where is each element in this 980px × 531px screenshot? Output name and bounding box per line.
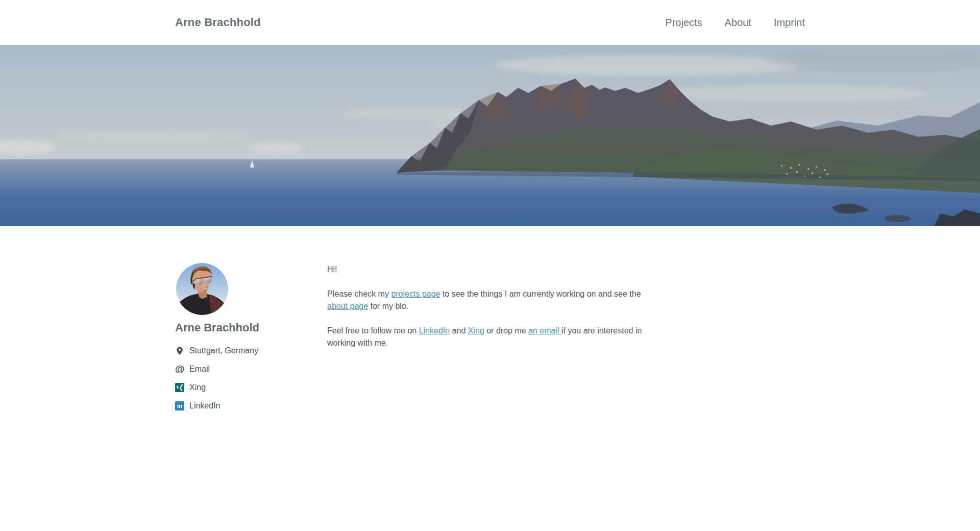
hero-image bbox=[0, 45, 980, 226]
text-segment: or drop me bbox=[484, 326, 528, 335]
linkedin-icon: in bbox=[175, 401, 185, 411]
about-page-link[interactable]: about page bbox=[327, 302, 368, 310]
text-segment: and bbox=[450, 326, 468, 335]
site-header: Arne Brachhold Projects About Imprint bbox=[0, 0, 980, 45]
contact-label: LinkedIn bbox=[189, 401, 220, 411]
intro-content: Hi! Please check my projects page to see… bbox=[327, 226, 662, 361]
contact-label: Xing bbox=[189, 383, 206, 392]
at-sign-icon: @ bbox=[175, 365, 185, 374]
xing-icon bbox=[175, 383, 185, 392]
profile-sidebar: Arne Brachhold Stuttgart, Germany @ Emai… bbox=[175, 226, 327, 415]
xing-text-link[interactable]: Xing bbox=[468, 326, 484, 335]
profile-name: Arne Brachhold bbox=[175, 321, 327, 334]
contact-location: Stuttgart, Germany bbox=[175, 342, 327, 360]
contact-list: Stuttgart, Germany @ Email Xing in Linke… bbox=[175, 342, 327, 415]
contact-label: Email bbox=[189, 365, 210, 374]
linkedin-text-link[interactable]: LinkedIn bbox=[419, 326, 450, 335]
text-segment: to see the things I am currently working… bbox=[440, 289, 641, 298]
location-pin-icon bbox=[175, 346, 185, 355]
avatar bbox=[176, 263, 228, 315]
nav-link-imprint[interactable]: Imprint bbox=[774, 17, 805, 29]
greeting-text: Hi! bbox=[327, 265, 337, 274]
nav-link-projects[interactable]: Projects bbox=[665, 17, 702, 29]
contact-paragraph: Feel free to follow me on LinkedIn and X… bbox=[327, 325, 662, 349]
site-brand[interactable]: Arne Brachhold bbox=[175, 16, 261, 29]
contact-email-link[interactable]: @ Email bbox=[175, 360, 327, 378]
projects-page-link[interactable]: projects page bbox=[391, 289, 440, 298]
text-segment: Please check my bbox=[327, 289, 391, 298]
main-nav: Projects About Imprint bbox=[665, 17, 805, 29]
contact-xing-link[interactable]: Xing bbox=[175, 378, 327, 397]
greeting-paragraph: Hi! bbox=[327, 263, 662, 276]
email-text-link[interactable]: an email bbox=[528, 326, 561, 335]
text-segment: Feel free to follow me on bbox=[327, 326, 419, 335]
contact-linkedin-link[interactable]: in LinkedIn bbox=[175, 397, 327, 415]
projects-paragraph: Please check my projects page to see the… bbox=[327, 288, 662, 312]
svg-text:in: in bbox=[177, 403, 182, 409]
nav-link-about[interactable]: About bbox=[725, 17, 751, 29]
contact-label: Stuttgart, Germany bbox=[189, 346, 258, 355]
text-segment: for my bio. bbox=[368, 302, 408, 310]
